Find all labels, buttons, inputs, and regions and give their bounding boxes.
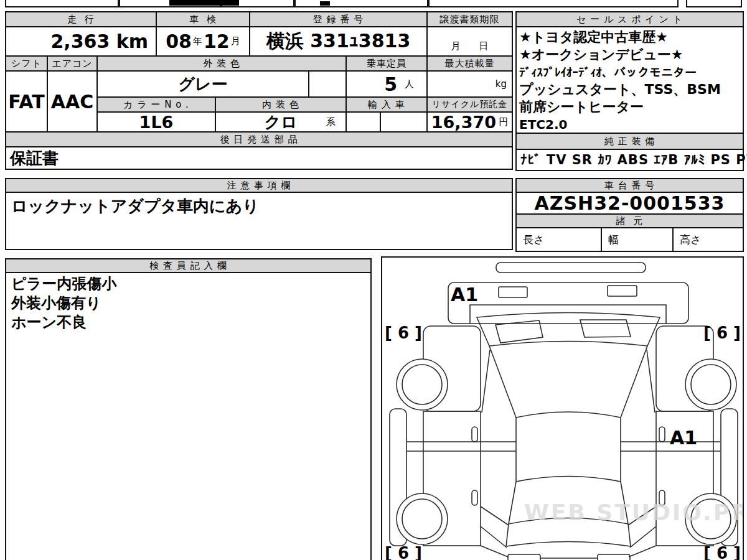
exterior-color-header: 外 装 色: [96, 55, 347, 72]
recycle-deposit-value: 16,370 円: [426, 111, 513, 133]
aircon-value: AAC: [47, 70, 98, 133]
color-no-value: 1L6: [96, 111, 216, 133]
trunk-lid: [506, 524, 631, 546]
max-load-unit: kg: [496, 78, 507, 90]
inspection-month-unit: 月: [231, 35, 240, 47]
cropped-cell: [294, 0, 428, 7]
door-handle-rear-left: [472, 490, 477, 505]
chassis-number-header: 車 台 番 号: [515, 178, 744, 193]
sales-points-header: セ ー ル ス ポ イ ン ト: [515, 11, 744, 27]
inspection-year-unit: 年: [193, 35, 202, 47]
sales-point-line: 前席シートヒーター: [519, 98, 740, 116]
mileage-header: 走 行: [5, 11, 157, 27]
color-no-header: カ ラ ー N o .: [96, 96, 216, 113]
shift-value: FAT: [5, 70, 48, 133]
transfer-deadline-header: 譲渡書類期限: [426, 11, 513, 27]
specs-header: 諸 元: [515, 213, 744, 228]
seating-capacity-number: 5: [384, 73, 397, 95]
transfer-deadline-value: 月 日: [426, 26, 513, 57]
registration-value: 横浜 331ｭ3813: [249, 26, 428, 57]
roof-front-curve: [516, 412, 621, 418]
imported-value-cell-2: [380, 111, 428, 133]
genuine-equipment-value: ﾅﾋﾞ TV SR ｶﾜ ABS ｴｱB ｱﾙﾐ PS PW: [515, 149, 744, 171]
corner-mark-top-left: [ 6 ]: [385, 324, 422, 342]
notes-header: 注 意 事 項 欄: [5, 178, 513, 193]
sales-point-line: ﾃﾞｨｽﾌﾟﾚｲｵｰﾃﾞｨｵ、バックモニター: [519, 63, 740, 81]
cropped-text-fragment: [169, 0, 239, 6]
car-top-view-diagram: WEB STUDIO.PRO A1 A1 [ 6 ] [ 6 ] [ 6 ] […: [382, 258, 743, 560]
car-diagram-box: WEB STUDIO.PRO A1 A1 [ 6 ] [ 6 ] [ 6 ] […: [381, 256, 744, 560]
rear-bumper-right-block: [598, 554, 630, 560]
corner-mark-bottom-right: [ 6 ]: [703, 544, 741, 560]
rear-bumper-left-block: [508, 554, 540, 560]
recycle-deposit-unit: 円: [499, 116, 508, 128]
notes-value: ロックナットアダプタ車内にあり: [5, 192, 513, 250]
wiper-right: [580, 320, 631, 337]
door-handle-front-right: [659, 427, 665, 442]
inspection-month: 12: [204, 30, 230, 52]
hood-vent-right: [608, 286, 637, 296]
hood-vent-left: [499, 287, 527, 297]
damage-label-hood: A1: [451, 284, 478, 306]
interior-color-name: クロ: [264, 111, 297, 133]
inspection-year: 08: [166, 30, 192, 52]
damage-label-side: A1: [670, 427, 697, 449]
exterior-color-value: グレー: [96, 70, 309, 98]
registration-header: 登 録 番 号: [249, 11, 428, 27]
sales-point-line: ★トヨタ認定中古車歴★: [519, 29, 740, 46]
cropped-text-fragment: [320, 1, 330, 6]
genuine-equipment-header: 純 正 装 備: [515, 133, 744, 150]
a-pillar-left: [489, 346, 516, 418]
interior-color-value: クロ 系: [215, 111, 347, 133]
sales-point-line: プッシュスタート、TSS、BSM: [519, 81, 740, 98]
aircon-header: エアコン: [47, 55, 98, 72]
cropped-cell: [686, 0, 742, 7]
max-load-header: 最大積載量: [426, 55, 513, 72]
watermark-text: WEB STUDIO.PRO: [524, 500, 743, 525]
max-load-value: kg: [426, 70, 513, 98]
later-parts-header: 後 日 発 送 部 品: [5, 131, 513, 147]
inspector-header: 検 査 員 記 入 欄: [5, 258, 372, 273]
imported-header: 輸 入 車: [345, 96, 428, 113]
interior-color-suffix: 系: [326, 116, 336, 128]
seating-capacity-header: 乗車定員: [345, 55, 428, 72]
front-wheel-right-inner: [691, 365, 731, 404]
inspection-value: 08 年 12 月: [156, 26, 250, 57]
rear-window-side-left: [509, 482, 516, 524]
inspector-line: 外装小傷有り: [11, 294, 365, 313]
shift-header: シフト: [5, 55, 48, 72]
seating-capacity-unit: 人: [405, 78, 414, 90]
spec-height-cell: 高さ: [672, 227, 744, 252]
mileage-value: 2,363 km: [5, 26, 157, 57]
a-pillar-right: [621, 346, 647, 418]
front-wheel-left-inner: [402, 365, 442, 404]
rear-wheel-left-inner: [402, 499, 442, 539]
hood-panel: [448, 282, 688, 324]
inspector-line: ピラー内張傷小: [11, 274, 365, 294]
inspector-line: ホーン不良: [11, 313, 365, 332]
spec-length-cell: 長さ: [515, 227, 602, 252]
recycle-deposit-header: リサイクル預託金: [426, 96, 513, 113]
sales-point-line: ★オークションデビュー★: [519, 46, 740, 63]
seating-capacity-value: 5 人: [345, 70, 428, 98]
corner-mark-top-right: [ 6 ]: [703, 324, 741, 342]
corner-mark-bottom-left: [ 6 ]: [385, 544, 422, 560]
windshield: [477, 313, 660, 347]
sales-point-line: ETC2.0: [519, 116, 740, 133]
cropped-cell: [5, 0, 119, 7]
door-handle-front-left: [472, 427, 477, 442]
rear-quarter-lines-left: [481, 506, 509, 548]
front-bumper-strip: [496, 263, 646, 273]
interior-color-header: 内 装 色: [215, 96, 347, 113]
exterior-color-extra-cell: [308, 70, 347, 98]
roof-rear-curve: [516, 477, 621, 482]
cropped-cell: [428, 0, 679, 7]
inspector-content: ピラー内張傷小 外装小傷有り ホーン不良: [5, 272, 372, 560]
front-quarter-line-right: [647, 350, 655, 413]
spec-width-cell: 幅: [601, 227, 674, 252]
sales-points-content: ★トヨタ認定中古車歴★ ★オークションデビュー★ ﾃﾞｨｽﾌﾟﾚｲｵｰﾃﾞｨｵ、…: [515, 26, 744, 134]
hood-inner-line: [470, 305, 666, 324]
recycle-deposit-amount: 16,370: [431, 113, 496, 132]
inspection-header: 車 検: [156, 11, 250, 27]
chassis-number-value: AZSH32-0001533: [515, 192, 744, 215]
